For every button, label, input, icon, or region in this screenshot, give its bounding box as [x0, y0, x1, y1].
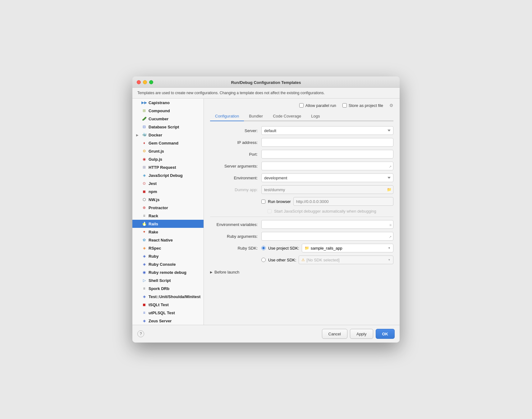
sidebar-item-rack[interactable]: ≡Rack	[132, 212, 204, 220]
run-browser-url-input[interactable]	[293, 197, 393, 206]
button-group: Cancel Apply OK	[322, 329, 395, 339]
sidebar-item-docker[interactable]: ▶🐳Docker	[132, 131, 204, 139]
sidebar-item-label: Gem Command	[149, 141, 178, 145]
sidebar-item-rspec[interactable]: ◈RSpec	[132, 244, 204, 252]
form-area: Server: default IP address: 0.0.0.0 Port…	[210, 121, 393, 325]
env-vars-expand-icon[interactable]: ≡	[389, 223, 392, 227]
dummy-app-input[interactable]	[261, 185, 393, 194]
server-row: Server: default	[210, 126, 393, 135]
tab-code-coverage[interactable]: Code Coverage	[268, 112, 306, 121]
sidebar-item-http-request[interactable]: ⊞HTTP Request	[132, 163, 204, 171]
help-button[interactable]: ?	[137, 330, 144, 337]
utplsql-test-icon: ≡	[142, 310, 147, 315]
ruby-args-label: Ruby arguments:	[210, 234, 261, 239]
close-button[interactable]	[137, 80, 141, 84]
sidebar-item-database-script[interactable]: ⊟Database Script	[132, 123, 204, 131]
dummy-app-row: Dummy app: 📁	[210, 185, 393, 194]
sidebar-item-label: Rack	[149, 214, 158, 218]
env-vars-input[interactable]	[261, 220, 393, 229]
server-args-wrap: ↗	[261, 162, 393, 170]
before-launch-section[interactable]: ▶ Before launch	[210, 267, 393, 276]
cucumber-icon: 🥒	[142, 116, 147, 121]
javascript-debug-icon: ◈	[142, 173, 147, 178]
allow-parallel-run-checkbox[interactable]	[299, 103, 304, 108]
env-vars-row: Environment variables: ≡	[210, 220, 393, 229]
gulp-js-icon: ◉	[142, 157, 147, 162]
gear-button[interactable]: ⚙	[389, 103, 393, 108]
store-as-project-file-option[interactable]: Store as project file	[342, 103, 383, 108]
other-sdk-value: [No SDK selected]	[306, 258, 386, 262]
sidebar-item-capistrano[interactable]: ▶▶Capistrano	[132, 99, 204, 107]
minimize-button[interactable]	[143, 80, 147, 84]
sidebar-item-javascript-debug[interactable]: ◈JavaScript Debug	[132, 171, 204, 179]
server-wrap: default	[261, 126, 393, 135]
sidebar-item-zeus-server[interactable]: ◈Zeus Server	[132, 317, 204, 325]
run-browser-checkbox[interactable]	[261, 200, 265, 204]
sidebar-item-ruby[interactable]: ◈Ruby	[132, 252, 204, 260]
main-content: ▶▶Capistrano⊞Compound🥒Cucumber⊟Database …	[132, 99, 400, 325]
ok-button[interactable]: OK	[376, 329, 395, 339]
ruby-args-expand-icon[interactable]: ↗	[389, 235, 392, 239]
sidebar-item-rake[interactable]: ✦Rake	[132, 228, 204, 236]
sidebar-item-label: Zeus Server	[149, 319, 172, 323]
tab-logs[interactable]: Logs	[306, 112, 325, 121]
port-input[interactable]: 3000	[261, 150, 393, 159]
sidebar-item-ruby-remote-debug[interactable]: ◉Ruby remote debug	[132, 268, 204, 276]
tab-configuration[interactable]: Configuration	[210, 112, 244, 121]
gem-command-icon: ♦	[142, 140, 147, 145]
sidebar-item-jest[interactable]: ⊙Jest	[132, 179, 204, 187]
js-debugger-label: Start JavaScript debugger automatically …	[274, 209, 376, 214]
rspec-icon: ◈	[142, 246, 147, 251]
sidebar-item-shell-script[interactable]: ▷Shell Script	[132, 276, 204, 284]
tsqlt-test-icon: ◼	[142, 302, 147, 307]
apply-button[interactable]: Apply	[350, 329, 373, 339]
maximize-button[interactable]	[149, 80, 153, 84]
other-sdk-icon: ⚠	[301, 258, 305, 262]
sidebar-item-rails[interactable]: 🔥Rails	[132, 220, 204, 228]
sidebar-item-protractor[interactable]: ⊗Protractor	[132, 204, 204, 212]
store-as-project-file-checkbox[interactable]	[342, 103, 347, 108]
sidebar-item-nw-js[interactable]: ⬡NW.js	[132, 196, 204, 204]
sidebar-item-compound[interactable]: ⊞Compound	[132, 107, 204, 115]
folder-icon[interactable]: 📁	[387, 187, 392, 192]
sidebar-item-react-native[interactable]: ✿React Native	[132, 236, 204, 244]
run-browser-row: Run browser	[210, 197, 393, 206]
sidebar-item-ruby-console[interactable]: ◈Ruby Console	[132, 260, 204, 268]
use-other-sdk-group: Use other SDK: ⚠ [No SDK selected] ▼	[261, 256, 393, 264]
tab-bundler[interactable]: Bundler	[244, 112, 268, 121]
use-other-sdk-label: Use other SDK:	[268, 258, 296, 262]
dummy-app-wrap: 📁	[261, 185, 393, 194]
sidebar-item-npm[interactable]: ◼npm	[132, 187, 204, 196]
js-debugger-checkbox[interactable]	[268, 209, 272, 213]
sidebar-item-label: Ruby remote debug	[149, 270, 186, 275]
expand-icon[interactable]: ↗	[389, 165, 392, 169]
allow-parallel-run-option[interactable]: Allow parallel run	[299, 103, 336, 108]
cancel-button[interactable]: Cancel	[322, 329, 347, 339]
use-other-sdk-radio[interactable]	[261, 258, 266, 262]
other-sdk-dropdown[interactable]: ⚠ [No SDK selected] ▼	[299, 256, 393, 264]
sidebar-item-spork-drb[interactable]: ≡Spork DRb	[132, 284, 204, 292]
server-select[interactable]: default	[261, 126, 393, 135]
sidebar-item-tsqlt-test[interactable]: ◼tSQLt Test	[132, 301, 204, 309]
ruby-args-input[interactable]	[261, 232, 393, 241]
sidebar-item-cucumber[interactable]: 🥒Cucumber	[132, 115, 204, 123]
sidebar-item-gulp-js[interactable]: ◉Gulp.js	[132, 155, 204, 163]
environment-select[interactable]: development production test	[261, 173, 393, 182]
ruby-args-row: Ruby arguments: ↗	[210, 232, 393, 241]
sidebar-item-test--unit-shoulda-minitest[interactable]: ◈Test::Unit/Shoulda/Minitest	[132, 292, 204, 301]
environment-label: Environment:	[210, 176, 261, 180]
sidebar-item-label: Compound	[149, 108, 170, 113]
use-project-sdk-radio[interactable]	[261, 246, 266, 250]
sidebar-item-gem-command[interactable]: ♦Gem Command	[132, 139, 204, 147]
env-vars-wrap: ≡	[261, 220, 393, 229]
sidebar-item-grunt-js[interactable]: ⚙Grunt.js	[132, 147, 204, 155]
npm-icon: ◼	[142, 189, 147, 194]
project-sdk-dropdown[interactable]: 📁 sample_rails_app ▼	[302, 244, 393, 252]
dialog-title: Run/Debug Configuration Templates	[231, 80, 301, 85]
store-as-project-file-label: Store as project file	[349, 103, 383, 108]
before-launch-triangle-icon: ▶	[210, 270, 213, 274]
server-args-input[interactable]	[261, 162, 393, 170]
dialog: Run/Debug Configuration Templates Templa…	[132, 76, 400, 343]
ip-input[interactable]: 0.0.0.0	[261, 138, 393, 147]
sidebar-item-utplsql-test[interactable]: ≡utPLSQL Test	[132, 309, 204, 317]
